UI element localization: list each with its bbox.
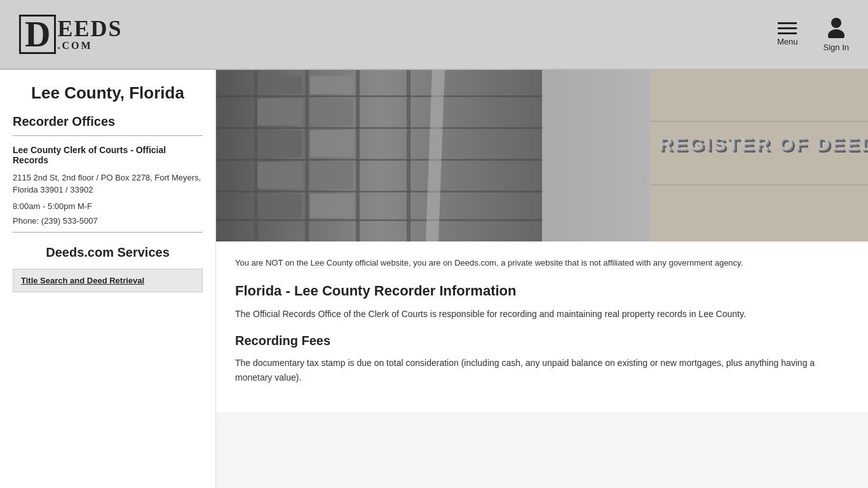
signin-label: Sign In <box>824 43 849 52</box>
recorder-offices-title: Recorder Offices <box>13 114 203 129</box>
menu-label: Menu <box>777 37 798 46</box>
svg-rect-14 <box>257 98 302 125</box>
svg-rect-11 <box>407 70 410 241</box>
svg-point-0 <box>831 18 841 28</box>
logo-d-letter: D <box>19 15 56 54</box>
svg-rect-3 <box>216 95 542 97</box>
svg-rect-9 <box>305 70 309 241</box>
county-title: Lee County, Florida <box>13 83 203 104</box>
title-search-link[interactable]: Title Search and Deed Retrieval <box>13 269 203 292</box>
svg-rect-25 <box>650 121 868 122</box>
svg-rect-13 <box>257 76 302 94</box>
svg-rect-18 <box>310 76 353 94</box>
content-area: REGISTER OF DEEDS REGISTER OF DEEDS REGI… <box>216 70 868 488</box>
svg-rect-17 <box>257 194 302 218</box>
svg-rect-4 <box>216 127 542 129</box>
sidebar-divider-1 <box>13 135 203 136</box>
hero-image: REGISTER OF DEEDS REGISTER OF DEEDS REGI… <box>216 70 868 241</box>
content-body: You are NOT on the Lee County official w… <box>216 241 868 412</box>
main-layout: Lee County, Florida Recorder Offices Lee… <box>0 70 868 488</box>
fees-body: The documentary tax stamp is due on tota… <box>235 356 849 384</box>
svg-rect-15 <box>257 130 302 157</box>
svg-rect-16 <box>257 162 302 189</box>
svg-rect-22 <box>310 194 353 218</box>
svg-rect-10 <box>356 70 360 241</box>
office-address: 2115 2nd St, 2nd floor / PO Box 2278, Fo… <box>13 172 203 196</box>
svg-rect-6 <box>216 191 542 193</box>
office-name: Lee County Clerk of Courts - Official Re… <box>13 145 203 165</box>
section-title: Florida - Lee County Recorder Informatio… <box>235 283 849 299</box>
sidebar: Lee County, Florida Recorder Offices Lee… <box>0 70 216 488</box>
hamburger-icon <box>778 22 797 34</box>
logo-eeds-text: EEDS <box>57 17 122 40</box>
services-title: Deeds.com Services <box>13 245 203 260</box>
header: D EEDS .COM Menu Sign In <box>0 0 868 70</box>
signin-button[interactable]: Sign In <box>824 17 849 52</box>
disclaimer-text: You are NOT on the Lee County official w… <box>235 257 849 270</box>
svg-rect-19 <box>310 98 353 125</box>
logo[interactable]: D EEDS .COM <box>19 15 123 54</box>
menu-button[interactable]: Menu <box>777 22 798 46</box>
person-icon <box>827 17 846 41</box>
svg-rect-5 <box>216 159 542 161</box>
section-body: The Official Records Office of the Clerk… <box>235 307 849 321</box>
svg-rect-21 <box>310 162 353 189</box>
svg-text:REGISTER OF DEEDS: REGISTER OF DEEDS <box>658 133 868 154</box>
header-right: Menu Sign In <box>777 17 849 52</box>
svg-point-1 <box>828 29 844 38</box>
office-phone: Phone: (239) 533-5007 <box>13 216 203 226</box>
svg-rect-7 <box>216 219 542 221</box>
svg-rect-26 <box>650 184 868 186</box>
sidebar-divider-2 <box>13 232 203 233</box>
office-hours: 8:00am - 5:00pm M-F <box>13 201 203 211</box>
svg-rect-20 <box>310 130 353 157</box>
fees-title: Recording Fees <box>235 334 849 348</box>
logo-com-text: .COM <box>57 40 122 51</box>
logo-eeds: EEDS .COM <box>57 17 122 51</box>
